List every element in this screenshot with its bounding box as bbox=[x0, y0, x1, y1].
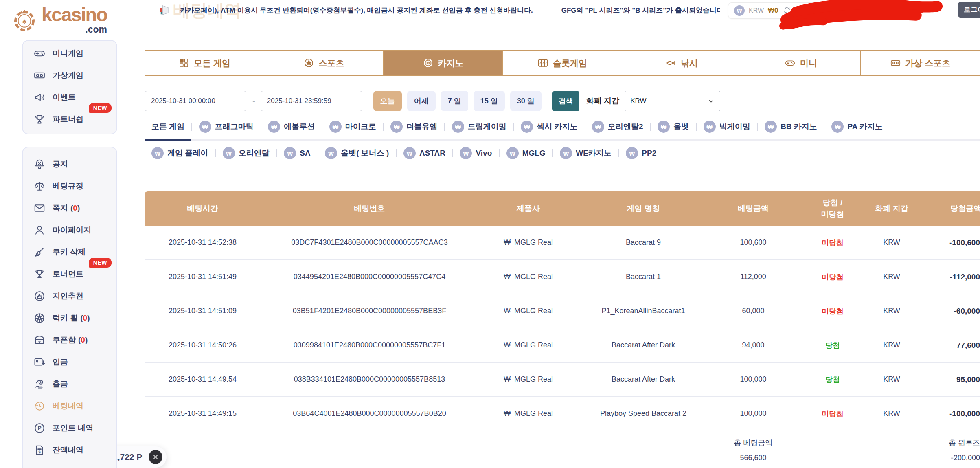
bet-amount: 100,000 bbox=[708, 375, 798, 384]
quick-range-yesterday-button[interactable]: 어제 bbox=[407, 91, 436, 111]
vr-icon bbox=[890, 57, 901, 68]
won-coin-icon: ₩ bbox=[329, 121, 342, 133]
provider-tab-label: 섹시 카지노 bbox=[537, 121, 577, 132]
sidebar-item-label: 쿠폰함 bbox=[53, 335, 76, 345]
notice-marquee: 카카오페이), ATM 이용시 무조건 반환되며(영수증첨부필수), 매입금시 … bbox=[158, 4, 720, 17]
logout-button[interactable]: 로그아웃 bbox=[958, 2, 980, 18]
sidebar-item-support[interactable]: 24고객센터 bbox=[23, 461, 116, 468]
provider-tab-sa[interactable]: ₩SA bbox=[277, 147, 317, 159]
count-badge: (0) bbox=[78, 336, 88, 345]
sidebar-item-balance-history[interactable]: $잔액내역 bbox=[23, 439, 116, 461]
wallet-currency-code: KRW bbox=[749, 7, 764, 14]
sidebar-item-notice[interactable]: 공지 bbox=[23, 153, 116, 175]
provider-tab-pp2[interactable]: ₩PP2 bbox=[619, 147, 663, 159]
sidebar-item-partnership[interactable]: 파트너쉽NEW bbox=[23, 108, 116, 130]
envelope-icon bbox=[33, 202, 46, 214]
redaction-scribble bbox=[772, 0, 948, 32]
sidebar-item-my-page[interactable]: 마이페이지 bbox=[23, 219, 116, 241]
provider-tab-oriental[interactable]: ₩오리엔탈 bbox=[216, 147, 276, 159]
provider-tab-label: BB 카지노 bbox=[780, 121, 817, 132]
wallet-currency: KRW bbox=[867, 341, 916, 349]
provider-tab-allbet-bonus[interactable]: ₩올벳( 보너스 ) bbox=[318, 147, 396, 159]
provider-tab-game-play[interactable]: ₩게임 플레이 bbox=[145, 147, 215, 159]
provider-tab-evolution[interactable]: ₩에볼루션 bbox=[261, 121, 322, 133]
quick-range-7d-button[interactable]: 7 일 bbox=[441, 91, 468, 111]
won-coin-icon: ₩ bbox=[734, 5, 745, 16]
table-header: 베팅시간베팅번호제품사게임 명칭베팅금액당첨 / 미당첨화폐 지갑당첨금액 bbox=[145, 191, 980, 226]
bet-number: 03DC7F4301E2480B000C00000005557CAAC3 bbox=[261, 238, 478, 247]
currency-select[interactable]: KRW bbox=[625, 91, 720, 111]
sidebar-item-withdraw[interactable]: 출금 bbox=[23, 373, 116, 395]
won-coin-icon: ₩ bbox=[504, 375, 511, 384]
won-coin-icon: ₩ bbox=[403, 147, 416, 159]
megaphone-icon bbox=[33, 91, 46, 103]
sidebar-item-messages[interactable]: 쪽지(0) bbox=[23, 197, 116, 219]
date-from-input[interactable] bbox=[145, 91, 246, 111]
provider-tab-bb-casino[interactable]: ₩BB 카지노 bbox=[758, 121, 824, 133]
provider-tab-pragmatic[interactable]: ₩프래그마틱 bbox=[192, 121, 261, 133]
sidebar-item-referral[interactable]: 지인추천 bbox=[23, 285, 116, 307]
result-badge: 당첨 bbox=[798, 375, 867, 385]
provider-tab-label: 드림게이밍 bbox=[468, 121, 506, 132]
provider-tab-label: 오리엔탈 bbox=[239, 148, 270, 158]
quick-range-15d-button[interactable]: 15 일 bbox=[474, 91, 505, 111]
provider-tab-astar[interactable]: ₩ASTAR bbox=[397, 147, 452, 159]
provider-tab-vivo[interactable]: ₩Vivo bbox=[453, 147, 499, 159]
won-coin-icon: ₩ bbox=[658, 121, 670, 133]
provider-tab-label: SA bbox=[300, 149, 310, 158]
bet-number: 03B51F4201E2480B000C00000005557BEB3F bbox=[261, 307, 478, 315]
sidebar-item-point-history[interactable]: P포인트 내역 bbox=[23, 417, 116, 439]
date-to-input[interactable] bbox=[261, 91, 362, 111]
sidebar-item-coupon-box[interactable]: 쿠폰함(0) bbox=[23, 329, 116, 351]
provider-tab-allbet[interactable]: ₩올벳 bbox=[651, 121, 696, 133]
sidebar-item-deposit[interactable]: 입금 bbox=[23, 351, 116, 373]
provider-tab-all-games[interactable]: 모든 게임 bbox=[145, 121, 191, 132]
provider-name: MGLG Real bbox=[514, 272, 553, 281]
sidebar-item-label: 지인추천 bbox=[53, 291, 83, 301]
provider-tab-label: 올벳( 보너스 ) bbox=[341, 148, 389, 158]
provider-tab-pa-casino[interactable]: ₩PA 카지노 bbox=[824, 121, 890, 133]
won-coin-icon: ₩ bbox=[460, 147, 472, 159]
provider-tab-label: 모든 게임 bbox=[151, 121, 184, 132]
won-coin-icon: ₩ bbox=[452, 121, 464, 133]
provider-tab-wm[interactable]: ₩더블유엠 bbox=[384, 121, 444, 133]
sidebar-item-label: 포인트 내역 bbox=[53, 423, 93, 433]
tab-mini[interactable]: 미니 bbox=[741, 51, 861, 75]
won-coin-icon: ₩ bbox=[521, 121, 533, 133]
sidebar-item-label: 베팅내역 bbox=[53, 401, 83, 411]
search-button[interactable]: 검색 bbox=[552, 91, 579, 111]
game-name: Baccarat 9 bbox=[578, 238, 708, 247]
bet-number: 0309984101E2480B000C00000005557BC7F1 bbox=[261, 341, 478, 349]
quick-range-today-button[interactable]: 오늘 bbox=[373, 91, 402, 111]
tab-casino[interactable]: 카지노 bbox=[384, 51, 503, 75]
sidebar-item-betting-rules[interactable]: 베팅규정 bbox=[23, 175, 116, 197]
sidebar-item-mini-games[interactable]: 미니게임 bbox=[23, 42, 116, 64]
result-badge: 미당첨 bbox=[798, 272, 867, 282]
provider-cell: ₩MGLG Real bbox=[478, 307, 578, 315]
tab-slots[interactable]: 7 7 7슬롯게임 bbox=[503, 51, 622, 75]
quick-range-30d-button[interactable]: 30 일 bbox=[510, 91, 542, 111]
provider-tab-dream-gaming[interactable]: ₩드림게이밍 bbox=[445, 121, 513, 133]
count-badge: (0) bbox=[70, 204, 80, 213]
tab-sports[interactable]: 스포츠 bbox=[264, 51, 384, 75]
provider-tab-sexy-casino[interactable]: ₩섹시 카지노 bbox=[514, 121, 584, 133]
provider-tab-mglg[interactable]: ₩MGLG bbox=[500, 147, 552, 159]
sidebar-item-betting-history[interactable]: 베팅내역 bbox=[23, 395, 116, 417]
sidebar-item-virtual-games[interactable]: 가상게임 bbox=[23, 64, 116, 86]
tab-fishing[interactable]: 낚시 bbox=[622, 51, 741, 75]
provider-tab-big-gaming[interactable]: ₩빅게이밍 bbox=[697, 121, 757, 133]
provider-tab-label: PA 카지노 bbox=[847, 121, 883, 132]
brand-logo[interactable]: ♠ kcasino .com bbox=[0, 0, 142, 39]
provider-tab-label: 게임 플레이 bbox=[167, 148, 208, 158]
won-coin-icon: ₩ bbox=[560, 147, 572, 159]
tab-virtual-sports[interactable]: 가상 스포츠 bbox=[861, 51, 980, 75]
tab-all-games[interactable]: 모든 게임 bbox=[145, 51, 264, 75]
provider-name: MGLG Real bbox=[514, 341, 553, 349]
provider-tab-micro[interactable]: ₩마이크로 bbox=[322, 121, 383, 133]
sidebar-item-lucky-wheel[interactable]: 럭키 휠(0) bbox=[23, 307, 116, 329]
provider-tab-we-casino[interactable]: ₩WE카지노 bbox=[553, 147, 618, 159]
sidebar-item-tournament[interactable]: 토너먼트NEW bbox=[23, 263, 116, 285]
provider-tab-oriental2[interactable]: ₩오리엔탈2 bbox=[585, 121, 650, 133]
won-coin-icon: ₩ bbox=[704, 121, 716, 133]
wallet-currency: KRW bbox=[867, 238, 916, 247]
